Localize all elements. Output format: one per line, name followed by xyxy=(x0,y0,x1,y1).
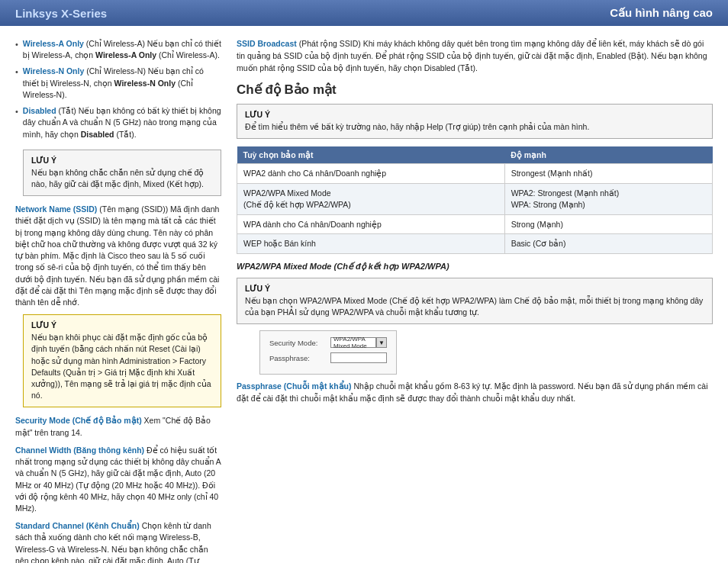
network-name-body: (Tên mạng (SSID)) Mã định danh thiết đặt… xyxy=(15,204,219,307)
bullet-list: • Wireless-A Only (Chỉ Wireless-A) Nếu b… xyxy=(15,38,221,140)
note-title-2: LƯU Ý xyxy=(31,320,213,330)
note-text-3: Để tìm hiểu thêm về bất kỳ trường nào, h… xyxy=(245,121,704,133)
header-left: Linksys X-Series xyxy=(15,7,107,20)
note-box-1: LƯU Ý Nếu bạn không chắc chắn nên sử dụn… xyxy=(23,150,221,196)
security-mode-heading: Security Mode (Chế độ Bảo mật) xyxy=(15,416,142,425)
wireless-n-only-link: Wireless-N Only xyxy=(23,66,84,76)
table-cell-option-1: WPA2 dành cho Cá nhân/Doanh nghiệp xyxy=(237,164,505,184)
page-header: Linksys X-Series Cấu hình nâng cao xyxy=(0,0,728,26)
disabled-bold: Disabled xyxy=(81,130,114,139)
ssid-broadcast-text: (Phát rộng SSID) Khi máy khách không dây… xyxy=(237,39,707,72)
passphrase-label: Passphrase: xyxy=(269,354,330,362)
table-row: WEP hoặc Bán kính Basic (Cơ bản) xyxy=(237,234,713,254)
bullet-item-disabled: • Disabled (Tắt) Nếu bạn không có bất kỳ… xyxy=(15,105,221,140)
left-column: • Wireless-A Only (Chỉ Wireless-A) Nếu b… xyxy=(15,38,221,563)
bullet-dot-3: • xyxy=(15,106,18,118)
note-text-4: Nếu bạn chọn WPA2/WPA Mixed Mode (Chế độ… xyxy=(245,295,704,318)
security-mode-label: Security Mode: xyxy=(269,339,330,347)
note-box-4: LƯU Ý Nếu bạn chọn WPA2/WPA Mixed Mode (… xyxy=(237,278,713,324)
note-title-3: LƯU Ý xyxy=(245,110,704,119)
note-text-2: Nếu bạn khôi phục cài đặt mặc định gốc c… xyxy=(31,332,213,401)
passphrase-description: Passphrase (Chuỗi mật khẩu) Nhập chuỗi m… xyxy=(237,381,713,404)
bullet-item-wireless-a: • Wireless-A Only (Chỉ Wireless-A) Nếu b… xyxy=(15,38,221,61)
bullet-text-wireless-a: Wireless-A Only (Chỉ Wireless-A) Nếu bạn… xyxy=(23,38,221,61)
note-title-1: LƯU Ý xyxy=(31,156,213,165)
table-row: WPA2 dành cho Cá nhân/Doanh nghiệp Stron… xyxy=(237,164,713,184)
network-name-section: Network Name (SSID) (Tên mạng (SSID)) Mã… xyxy=(15,204,221,308)
wireless-a-only-link: Wireless-A Only xyxy=(23,39,84,48)
table-cell-strength-4: Basic (Cơ bản) xyxy=(504,234,712,254)
channel-width-text: Để có hiệu suất tốt nhất trong mạng sử d… xyxy=(15,446,221,513)
security-mode-section: Security Mode (Chế độ Bảo mật) Xem "Chế … xyxy=(15,415,221,438)
wireless-a-bold: Wireless-A Only xyxy=(95,50,156,60)
security-mode-row: Security Mode: WPA2/WPA Mixed Mode ▼ xyxy=(269,337,387,348)
table-row: WPA2/WPA Mixed Mode(Chế độ kết hợp WPA2/… xyxy=(237,184,713,214)
channel-width-heading: Channel Width (Băng thông kênh) xyxy=(15,446,144,455)
table-cell-option-2: WPA2/WPA Mixed Mode(Chế độ kết hợp WPA2/… xyxy=(237,184,505,214)
passphrase-heading: Passphrase (Chuỗi mật khẩu) xyxy=(237,381,352,391)
bullet-dot: • xyxy=(15,39,18,51)
table-row: WPA dành cho Cá nhân/Doanh nghiệp Strong… xyxy=(237,214,713,234)
wireless-a-paren: (Chỉ Wireless-A) xyxy=(86,39,145,48)
bullet-item-wireless-n: • Wireless-N Only (Chỉ Wireless-N) Nếu b… xyxy=(15,66,221,101)
bullet-dot-2: • xyxy=(15,66,18,79)
chapter-heading: Chế độ Bảo mật xyxy=(237,82,713,98)
right-column: SSID Broadcast (Phát rộng SSID) Khi máy … xyxy=(237,38,713,563)
ssid-broadcast-heading: SSID Broadcast xyxy=(237,39,297,48)
security-table: Tuỳ chọn bảo mật Độ mạnh WPA2 dành cho C… xyxy=(237,146,713,253)
note-text-1: Nếu bạn không chắc chắn nên sử dụng chế … xyxy=(31,167,213,190)
dropdown-arrow-icon: ▼ xyxy=(376,337,387,348)
note-box-2: LƯU Ý Nếu bạn khôi phục cài đặt mặc định… xyxy=(23,314,221,407)
table-header-option: Tuỳ chọn bảo mật xyxy=(237,146,505,164)
security-mode-value: WPA2/WPA Mixed Mode xyxy=(330,337,376,348)
header-right: Cấu hình nâng cao xyxy=(610,6,713,20)
wpa2-heading: WPA2/WPA Mixed Mode (Chế độ kết hợp WPA2… xyxy=(237,262,713,272)
table-cell-option-4: WEP hoặc Bán kính xyxy=(237,234,505,254)
channel-width-section: Channel Width (Băng thông kênh) Để có hi… xyxy=(15,445,221,514)
table-cell-strength-2: WPA2: Strongest (Mạnh nhất)WPA: Strong (… xyxy=(504,184,712,214)
standard-channel-heading: Standard Channel (Kênh Chuẩn) xyxy=(15,521,140,530)
bullet-text-wireless-n: Wireless-N Only (Chỉ Wireless-N) Nếu bạn… xyxy=(23,66,221,101)
ssid-broadcast-section: SSID Broadcast (Phát rộng SSID) Khi máy … xyxy=(237,38,713,74)
disabled-link: Disabled xyxy=(23,106,56,115)
passphrase-input xyxy=(330,352,387,363)
bullet-text-disabled: Disabled (Tắt) Nếu bạn không có bất kỳ t… xyxy=(23,105,221,140)
note-title-4: LƯU Ý xyxy=(245,284,704,293)
table-cell-option-3: WPA dành cho Cá nhân/Doanh nghiệp xyxy=(237,214,505,234)
main-content: • Wireless-A Only (Chỉ Wireless-A) Nếu b… xyxy=(0,26,728,563)
table-cell-strength-1: Strongest (Mạnh nhất) xyxy=(504,164,712,184)
network-name-text: Network Name (SSID) (Tên mạng (SSID)) Mã… xyxy=(15,204,221,308)
note-box-3: LƯU Ý Để tìm hiểu thêm về bất kỳ trường … xyxy=(237,104,713,139)
network-name-heading: Network Name (SSID) xyxy=(15,204,97,214)
wireless-n-bold: Wireless-N Only xyxy=(114,79,176,88)
table-cell-strength-3: Strong (Mạnh) xyxy=(504,214,712,234)
passphrase-row: Passphrase: xyxy=(269,352,387,363)
passphrase-ui-box: Security Mode: WPA2/WPA Mixed Mode ▼ Pas… xyxy=(259,330,397,375)
standard-channel-section: Standard Channel (Kênh Chuẩn) Chọn kênh … xyxy=(15,520,221,563)
table-header-strength: Độ mạnh xyxy=(504,146,712,164)
